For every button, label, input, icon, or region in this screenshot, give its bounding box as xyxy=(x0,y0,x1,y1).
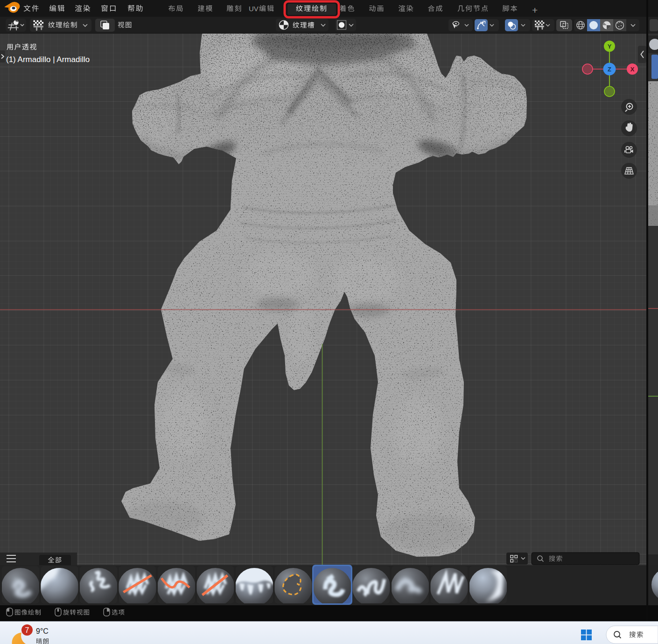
svg-text:Z: Z xyxy=(608,66,611,73)
svg-text:9°C: 9°C xyxy=(36,627,49,635)
svg-text:UV: UV xyxy=(249,5,259,13)
svg-text:Y: Y xyxy=(608,43,612,50)
svg-text:X: X xyxy=(630,66,635,73)
svg-text:7: 7 xyxy=(25,626,29,634)
svg-text:+: + xyxy=(532,5,538,15)
svg-text:(1) Armadillo | Armadillo: (1) Armadillo | Armadillo xyxy=(6,55,90,64)
